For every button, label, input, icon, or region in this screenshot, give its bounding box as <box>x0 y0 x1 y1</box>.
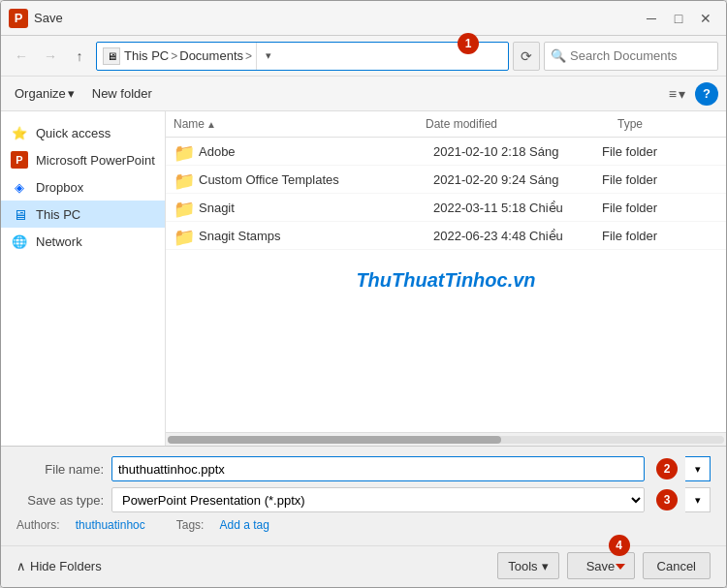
tags-label: Tags: <box>176 518 205 532</box>
filename-input[interactable] <box>111 456 645 481</box>
title-bar: P Save ─ □ ✕ <box>1 1 726 36</box>
folder-icon: 📁 <box>174 227 191 244</box>
folder-icon: 📁 <box>174 142 191 160</box>
tags-value[interactable]: Add a tag <box>219 518 269 532</box>
forward-button[interactable]: → <box>38 44 63 69</box>
file-type: File folder <box>602 229 718 243</box>
save-group: 4 Save <box>567 552 635 579</box>
table-row[interactable]: 📁 Custom Office Templates 2021-02-20 9:2… <box>166 166 726 194</box>
column-type[interactable]: Type <box>610 115 726 133</box>
breadcrumb-sep1: > <box>171 49 177 63</box>
up-button[interactable]: ↑ <box>67 44 92 69</box>
address-badge-1: 1 <box>458 33 479 54</box>
new-folder-button[interactable]: New folder <box>86 83 158 104</box>
filename-label: File name: <box>16 462 104 477</box>
address-toolbar: ← → ↑ 🖥 This PC > Documents > 1 ▾ ⟳ 🔍 <box>1 36 726 77</box>
saveas-dropdown-button[interactable]: ▾ <box>685 487 711 512</box>
breadcrumb-documents[interactable]: Documents <box>179 48 243 63</box>
breadcrumb: This PC > Documents > <box>124 48 252 63</box>
powerpoint-icon: P <box>11 151 28 169</box>
table-row[interactable]: 📁 Snagit 2022-03-11 5:18 Chiều File fold… <box>166 194 726 222</box>
refresh-button[interactable]: ⟳ <box>513 42 540 71</box>
toolbar2: Organize ▾ New folder ≡ ▾ ? <box>1 77 726 111</box>
dialog-title: Save <box>34 11 639 25</box>
window-controls: ─ □ ✕ <box>639 7 718 30</box>
table-row[interactable]: 📁 Adobe 2021-02-10 2:18 Sáng File folder <box>166 138 726 166</box>
sidebar-item-network[interactable]: 🌐 Network <box>1 228 165 255</box>
file-date: 2021-02-20 9:24 Sáng <box>433 172 602 187</box>
app-icon: P <box>9 9 28 28</box>
sidebar-item-dropbox[interactable]: ◈ Dropbox <box>1 173 165 201</box>
save-badge: 4 <box>609 535 630 556</box>
footer-bar: ∧ Hide Folders Tools ▾ 4 Save Cancel <box>1 545 726 587</box>
organize-button[interactable]: Organize ▾ <box>9 83 80 104</box>
this-pc-icon: 🖥 <box>11 205 28 223</box>
bottom-form: File name: 2 ▾ Save as type: PowerPoint … <box>1 446 726 545</box>
close-button[interactable]: ✕ <box>693 7 718 30</box>
file-date: 2022-03-11 5:18 Chiều <box>433 201 602 215</box>
main-content: ⭐ Quick access P Microsoft PowerPoint ◈ … <box>1 111 726 446</box>
save-arrow-down <box>616 556 625 573</box>
file-area: Name ▲ Date modified Type 📁 Adobe 2021-0… <box>166 111 726 446</box>
saveas-row: Save as type: PowerPoint Presentation (*… <box>16 487 711 512</box>
file-name: Snagit Stamps <box>199 229 433 243</box>
hide-folders-button[interactable]: ∧ Hide Folders <box>16 559 102 573</box>
folder-icon: 📁 <box>174 170 191 188</box>
sidebar-item-quick-access[interactable]: ⭐ Quick access <box>1 119 165 146</box>
meta-row: Authors: thuthuatinhoc Tags: Add a tag <box>16 518 711 532</box>
footer-right: Tools ▾ 4 Save Cancel <box>497 552 711 579</box>
authors-label: Authors: <box>16 518 60 532</box>
file-name: Snagit <box>199 201 433 215</box>
filename-dropdown-button[interactable]: ▾ <box>685 456 711 481</box>
minimize-button[interactable]: ─ <box>639 7 664 30</box>
tools-button[interactable]: Tools ▾ <box>497 552 558 579</box>
maximize-button[interactable]: □ <box>666 7 691 30</box>
cancel-button[interactable]: Cancel <box>643 552 711 579</box>
address-dropdown-button[interactable]: ▾ <box>256 43 279 70</box>
sidebar-item-this-pc[interactable]: 🖥 This PC <box>1 201 165 228</box>
column-date[interactable]: Date modified <box>418 115 610 133</box>
filename-badge: 2 <box>656 458 678 480</box>
file-type: File folder <box>602 144 718 159</box>
scrollbar[interactable] <box>166 432 726 446</box>
file-date: 2021-02-10 2:18 Sáng <box>433 144 602 159</box>
watermark: ThuThuatTinhoc.vn <box>166 250 726 301</box>
search-box: 🔍 <box>544 42 718 71</box>
tools-group: Tools ▾ <box>497 552 558 579</box>
network-icon: 🌐 <box>11 232 28 250</box>
file-list-header: Name ▲ Date modified Type <box>166 111 726 138</box>
authors-value: thuthuatinhoc <box>76 518 145 532</box>
dropbox-icon: ◈ <box>11 178 28 196</box>
search-icon: 🔍 <box>551 48 566 63</box>
back-button[interactable]: ← <box>9 44 34 69</box>
sidebar: ⭐ Quick access P Microsoft PowerPoint ◈ … <box>1 111 166 446</box>
filename-row: File name: 2 ▾ <box>16 456 711 481</box>
file-list: 📁 Adobe 2021-02-10 2:18 Sáng File folder… <box>166 138 726 432</box>
breadcrumb-this-pc[interactable]: This PC <box>124 48 169 63</box>
saveas-select[interactable]: PowerPoint Presentation (*.pptx) <box>111 487 645 512</box>
file-type: File folder <box>602 201 718 215</box>
file-type: File folder <box>602 172 718 187</box>
scrollbar-thumb <box>168 436 501 444</box>
column-name[interactable]: Name ▲ <box>166 115 418 133</box>
save-dialog: P Save ─ □ ✕ ← → ↑ 🖥 This PC > Documents… <box>0 0 727 588</box>
scrollbar-track <box>168 436 724 444</box>
saveas-badge: 3 <box>656 489 678 511</box>
file-name: Adobe <box>199 144 433 159</box>
address-bar[interactable]: 🖥 This PC > Documents > 1 ▾ <box>96 42 509 71</box>
saveas-label: Save as type: <box>16 493 104 508</box>
folder-icon: 📁 <box>174 199 191 216</box>
location-icon: 🖥 <box>103 47 120 65</box>
breadcrumb-sep2: > <box>245 49 252 63</box>
view-button[interactable]: ≡ ▾ <box>663 83 691 105</box>
file-name: Custom Office Templates <box>199 172 433 187</box>
sidebar-item-ms-powerpoint[interactable]: P Microsoft PowerPoint <box>1 146 165 173</box>
table-row[interactable]: 📁 Snagit Stamps 2022-06-23 4:48 Chiều Fi… <box>166 222 726 250</box>
help-button[interactable]: ? <box>695 82 718 106</box>
file-date: 2022-06-23 4:48 Chiều <box>433 229 602 243</box>
quick-access-icon: ⭐ <box>11 124 28 141</box>
search-input[interactable] <box>570 48 711 63</box>
toolbar2-right: ≡ ▾ ? <box>663 82 718 106</box>
